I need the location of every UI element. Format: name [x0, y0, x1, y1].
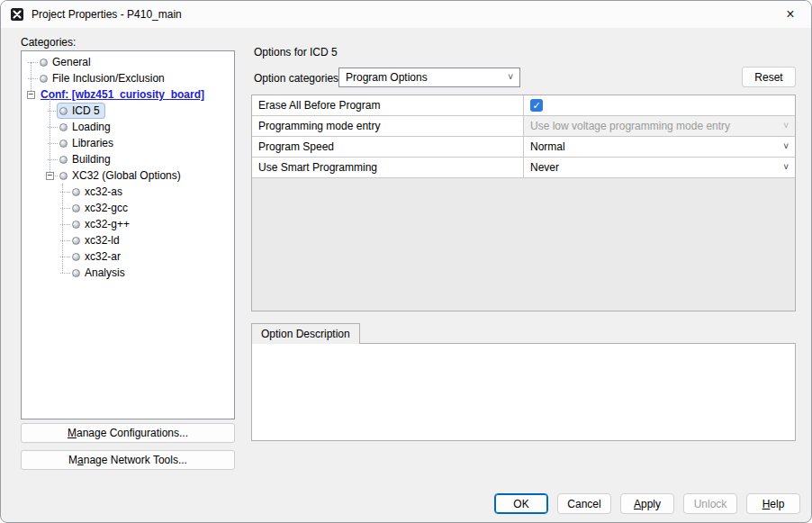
collapse-icon[interactable]: −	[46, 172, 54, 180]
tree-item-building[interactable]: Building	[22, 151, 234, 167]
tree-item-conf-wbz451-curiosity-board[interactable]: −Conf: [wbz451_curiosity_board]	[22, 86, 234, 103]
option-name[interactable]: Programming mode entry	[252, 116, 524, 136]
apply-button[interactable]: Apply	[620, 493, 674, 514]
option-name[interactable]: Program Speed	[252, 137, 524, 157]
option-row-programming-mode-entry: Programming mode entryUse low voltage pr…	[252, 116, 795, 137]
option-row-erase-all-before-program: Erase All Before Program✓	[252, 95, 795, 116]
tree-item-label: Conf: [wbz451_curiosity_board]	[41, 88, 204, 101]
tree-item-label: Libraries	[72, 137, 113, 149]
tree-item-content: Libraries	[58, 136, 118, 150]
category-icon	[72, 204, 80, 212]
tree-item-content: Building	[58, 152, 115, 167]
tree-item-loading[interactable]: Loading	[22, 119, 234, 135]
category-icon	[59, 123, 68, 131]
tree-item-general[interactable]: General	[22, 54, 234, 70]
category-icon	[72, 269, 80, 277]
help-button[interactable]: Help	[746, 493, 800, 514]
tree-item-content: Loading	[58, 120, 115, 134]
tree-item-content: xc32-gcc	[70, 201, 132, 215]
titlebar: Project Properties - P410_main ×	[1, 1, 811, 28]
select-value: Use low voltage programming mode entry	[530, 120, 730, 132]
checkbox[interactable]: ✓	[530, 99, 543, 112]
tree-item-content: xc32-ar	[70, 249, 125, 264]
tree-item-content: ICD 5	[58, 104, 104, 118]
window-title: Project Properties - P410_main	[32, 8, 182, 21]
tab-option-description-label: Option Description	[261, 328, 350, 340]
tree-item-content: Conf: [wbz451_curiosity_board]	[39, 87, 209, 102]
category-icon	[59, 156, 68, 164]
unlock-button[interactable]: Unlock	[683, 493, 737, 514]
option-value-select[interactable]: Never˅	[524, 158, 795, 177]
reset-button[interactable]: Reset	[742, 67, 796, 87]
category-icon	[40, 59, 48, 67]
manage-configurations-button[interactable]: Manage Configurations...	[21, 423, 235, 443]
tree-connector	[62, 184, 63, 273]
tree-item-content: xc32-g++	[70, 217, 134, 231]
tree-item-label: ICD 5	[72, 104, 100, 117]
ok-button[interactable]: OK	[494, 493, 548, 514]
tree-item-xc32-global-options[interactable]: −XC32 (Global Options)	[22, 167, 234, 184]
options-table: Erase All Before Program✓Programming mod…	[251, 95, 796, 311]
tree-item-label: xc32-ld	[85, 234, 120, 247]
chevron-down-icon: ˅	[783, 122, 789, 131]
tree-item-content: Analysis	[70, 266, 130, 280]
tree-item-content: xc32-as	[70, 185, 127, 199]
app-icon	[10, 7, 24, 22]
categories-label: Categories:	[21, 36, 76, 49]
option-name[interactable]: Use Smart Programming	[252, 158, 524, 177]
close-button[interactable]: ×	[770, 1, 811, 28]
option-value-select: Use low voltage programming mode entry˅	[524, 116, 795, 136]
tree-item-libraries[interactable]: Libraries	[22, 135, 234, 151]
tree-item-label: xc32-as	[85, 185, 122, 198]
option-name[interactable]: Erase All Before Program	[252, 95, 524, 115]
category-icon	[59, 172, 68, 180]
category-icon	[40, 75, 48, 83]
options-panel-title: Options for ICD 5	[254, 46, 338, 59]
option-categories-select[interactable]: Program Options ˅	[338, 68, 520, 87]
tree-item-label: xc32-gcc	[85, 202, 128, 214]
option-row-program-speed: Program SpeedNormal˅	[252, 137, 795, 158]
tree-item-xc32-ar[interactable]: xc32-ar	[22, 248, 234, 265]
tree-item-label: xc32-ar	[85, 250, 121, 263]
tree-item-content: File Inclusion/Exclusion	[38, 71, 169, 86]
tree-item-file-inclusion-exclusion[interactable]: File Inclusion/Exclusion	[22, 70, 234, 86]
chevron-down-icon: ˅	[783, 142, 789, 151]
option-categories-label: Option categories:	[254, 72, 341, 85]
tree-item-xc32-g[interactable]: xc32-g++	[22, 216, 234, 232]
option-row-use-smart-programming: Use Smart ProgrammingNever˅	[252, 158, 795, 178]
option-categories-value: Program Options	[346, 71, 428, 84]
category-icon	[72, 221, 80, 229]
manage-network-tools-button[interactable]: Manage Network Tools...	[21, 450, 235, 470]
chevron-down-icon: ˅	[783, 163, 789, 172]
tree-item-label: Building	[72, 153, 111, 166]
tree-item-icd-5[interactable]: ICD 5	[22, 103, 234, 119]
category-icon	[59, 107, 68, 115]
tree-item-analysis[interactable]: Analysis	[22, 265, 234, 281]
category-icon	[59, 140, 68, 148]
option-description-panel[interactable]	[251, 343, 796, 441]
categories-tree[interactable]: GeneralFile Inclusion/Exclusion−Conf: [w…	[21, 50, 235, 419]
collapse-icon[interactable]: −	[27, 91, 35, 99]
tree-item-xc32-as[interactable]: xc32-as	[22, 184, 234, 200]
tree-item-label: Analysis	[85, 266, 125, 279]
chevron-down-icon: ˅	[508, 73, 513, 82]
tree-item-xc32-ld[interactable]: xc32-ld	[22, 232, 234, 248]
tab-option-description[interactable]: Option Description	[251, 323, 360, 344]
tree-item-label: File Inclusion/Exclusion	[52, 72, 165, 85]
select-value: Never	[530, 161, 559, 174]
tree-item-xc32-gcc[interactable]: xc32-gcc	[22, 200, 234, 216]
tree-item-content: xc32-ld	[70, 233, 124, 248]
category-icon	[72, 188, 80, 196]
tree-item-content: XC32 (Global Options)	[58, 168, 185, 183]
tree-item-label: General	[52, 56, 91, 68]
cancel-button[interactable]: Cancel	[557, 493, 611, 514]
option-value: ✓	[524, 95, 795, 115]
tree-item-content: General	[38, 55, 95, 69]
tree-item-label: XC32 (Global Options)	[72, 169, 181, 182]
category-icon	[72, 237, 80, 245]
option-value-select[interactable]: Normal˅	[524, 137, 795, 157]
tree-item-label: Loading	[72, 121, 111, 133]
category-icon	[72, 253, 80, 261]
project-properties-dialog: Project Properties - P410_main × Categor…	[0, 0, 812, 523]
tree-item-label: xc32-g++	[85, 218, 130, 230]
